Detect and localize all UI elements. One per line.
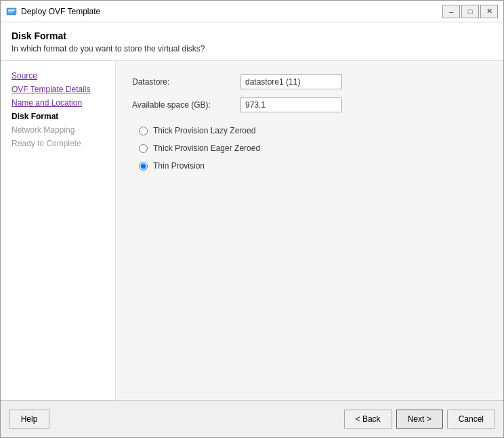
dialog-header: Disk Format In which format do you want …: [1, 22, 503, 61]
deploy-ovf-window: Deploy OVF Template – □ ✕ Disk Format In…: [0, 0, 504, 438]
radio-label-thick-lazy: Thick Provision Lazy Zeroed: [153, 126, 255, 135]
sidebar-item-ovf-template-details[interactable]: OVF Template Details: [1, 83, 115, 96]
sidebar-item-network-mapping: Network Mapping: [1, 123, 115, 137]
radio-thin[interactable]: Thin Provision: [139, 161, 487, 171]
radio-label-thin: Thin Provision: [153, 161, 205, 171]
sidebar-item-name-and-location[interactable]: Name and Location: [1, 96, 115, 110]
radio-input-thin[interactable]: [139, 162, 148, 171]
datastore-row: Datastore: datastore1 (11): [132, 74, 487, 89]
minimize-button[interactable]: –: [442, 5, 460, 18]
sidebar-item-disk-format: Disk Format: [1, 110, 115, 123]
radio-thick-lazy[interactable]: Thick Provision Lazy Zeroed: [139, 126, 487, 135]
disk-format-radio-group: Thick Provision Lazy Zeroed Thick Provis…: [132, 126, 487, 171]
window-icon: [6, 6, 17, 17]
available-space-row: Available space (GB): 973.1: [132, 97, 487, 112]
content-area: Source OVF Template Details Name and Loc…: [1, 61, 503, 400]
cancel-button[interactable]: Cancel: [447, 410, 495, 429]
sidebar-item-ready-to-complete: Ready to Complete: [1, 137, 115, 150]
title-bar: Deploy OVF Template – □ ✕: [1, 1, 503, 22]
window-controls: – □ ✕: [442, 5, 498, 18]
radio-label-thick-eager: Thick Provision Eager Zeroed: [153, 144, 260, 153]
dialog-subtitle: In which format do you want to store the…: [12, 44, 492, 53]
footer-right: < Back Next > Cancel: [344, 410, 495, 429]
footer: Help < Back Next > Cancel: [1, 400, 503, 437]
back-button[interactable]: < Back: [344, 410, 392, 429]
radio-input-thick-lazy[interactable]: [139, 127, 148, 135]
dialog-title: Disk Format: [12, 30, 492, 41]
main-panel: Datastore: datastore1 (11) Available spa…: [116, 61, 503, 400]
datastore-label: Datastore:: [132, 77, 240, 87]
sidebar: Source OVF Template Details Name and Loc…: [1, 61, 116, 400]
radio-input-thick-eager[interactable]: [139, 144, 148, 153]
next-button[interactable]: Next >: [396, 410, 443, 429]
available-space-label: Available space (GB):: [132, 100, 240, 110]
footer-left: Help: [9, 410, 344, 429]
available-space-value: 973.1: [240, 97, 342, 112]
window-title: Deploy OVF Template: [21, 7, 442, 16]
svg-rect-1: [8, 9, 15, 11]
maximize-button[interactable]: □: [461, 5, 479, 18]
help-button[interactable]: Help: [9, 410, 49, 429]
sidebar-item-source[interactable]: Source: [1, 69, 115, 83]
datastore-value: datastore1 (11): [240, 74, 342, 89]
close-button[interactable]: ✕: [480, 5, 498, 18]
svg-rect-2: [8, 12, 13, 13]
radio-thick-eager[interactable]: Thick Provision Eager Zeroed: [139, 144, 487, 153]
